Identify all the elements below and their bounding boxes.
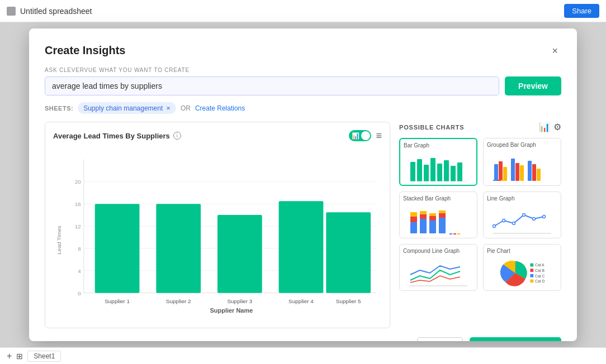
- spreadsheet-title: Untitled spreadsheet: [20, 7, 560, 16]
- chart-menu-dots[interactable]: ≡: [376, 131, 382, 141]
- ask-row: Preview: [45, 76, 561, 95]
- panel-settings-icon[interactable]: ⚙: [553, 122, 561, 132]
- chart-thumb-line-graph[interactable]: Line Graph: [483, 191, 561, 238]
- svg-rect-51: [439, 213, 446, 218]
- svg-point-59: [523, 214, 525, 217]
- svg-rect-21: [417, 159, 422, 181]
- panel-bar-icon[interactable]: 📊: [539, 122, 550, 132]
- svg-rect-66: [530, 269, 533, 272]
- top-toolbar: Untitled spreadsheet Share: [0, 0, 606, 22]
- sheet-tag-close-button[interactable]: ×: [166, 104, 171, 112]
- close-modal-button[interactable]: Close: [417, 337, 463, 341]
- preview-button[interactable]: Preview: [505, 76, 561, 95]
- chart-thumb-bar-graph[interactable]: Bar Graph: [399, 138, 477, 186]
- modal-overlay: Create Insights × ASK CLEVERVUE WHAT YOU…: [0, 22, 606, 347]
- svg-point-58: [513, 222, 515, 225]
- or-text: OR: [181, 104, 191, 112]
- svg-text:Cat D: Cat D: [535, 279, 545, 283]
- svg-rect-35: [528, 161, 532, 181]
- svg-rect-47: [429, 221, 436, 233]
- svg-rect-22: [424, 165, 429, 181]
- chart-thumb-pie-chart[interactable]: Pie Chart: [483, 244, 561, 291]
- svg-rect-23: [430, 158, 435, 181]
- svg-rect-33: [515, 163, 519, 181]
- chart-thumb-compound-line[interactable]: Compound Line Graph: [399, 244, 477, 291]
- share-button[interactable]: Share: [564, 4, 599, 18]
- add-to-dashboard-button[interactable]: Add to dashboard: [470, 337, 561, 341]
- svg-rect-42: [410, 217, 417, 222]
- chart-thumb-grouped-bar[interactable]: Grouped Bar Graph: [483, 138, 561, 186]
- svg-rect-39: [497, 180, 500, 181]
- sheet-tag-text: Supply chain management: [83, 104, 163, 112]
- bar-supplier-2: [156, 204, 201, 293]
- svg-text:Supplier 3: Supplier 3: [227, 298, 252, 304]
- svg-point-60: [533, 218, 536, 221]
- svg-text:4: 4: [78, 268, 81, 274]
- sheet-grid-icon[interactable]: ⊞: [16, 352, 23, 361]
- svg-point-56: [493, 225, 496, 228]
- chart-container: Average Lead Times By Suppliers i 📊 ≡: [45, 122, 390, 328]
- chart-title-row: Average Lead Times By Suppliers i: [53, 132, 181, 140]
- svg-rect-30: [499, 161, 503, 181]
- spreadsheet-background: Untitled spreadsheet Share Create Insigh…: [0, 0, 606, 364]
- line-graph-label: Line Graph: [487, 195, 557, 202]
- bar-graph-thumbnail: [404, 151, 473, 181]
- bar-supplier-1: [95, 204, 140, 293]
- line-graph-thumbnail: [487, 204, 557, 234]
- svg-rect-34: [520, 165, 524, 181]
- svg-rect-38: [493, 180, 496, 181]
- svg-rect-55: [457, 233, 460, 234]
- svg-text:Supplier Name: Supplier Name: [210, 307, 253, 314]
- chart-toggle[interactable]: 📊: [349, 130, 371, 141]
- bar-supplier-3: [217, 215, 262, 293]
- stacked-bar-thumbnail: [403, 204, 474, 234]
- chart-thumb-stacked-bar[interactable]: Stacked Bar Graph: [399, 191, 477, 238]
- bar-supplier-4: [279, 201, 324, 293]
- chart-svg-area: 0 4 8 12 16 20: [53, 146, 382, 323]
- svg-text:Cat C: Cat C: [535, 274, 545, 278]
- bar-supplier-5: [326, 212, 371, 293]
- svg-text:Cat A: Cat A: [535, 263, 545, 267]
- svg-text:Cat B: Cat B: [535, 269, 545, 272]
- create-relations-link[interactable]: Create Relations: [195, 104, 245, 112]
- compound-line-label: Compound Line Graph: [403, 248, 474, 254]
- svg-rect-37: [537, 169, 541, 181]
- svg-rect-52: [439, 210, 446, 213]
- add-sheet-icon[interactable]: +: [7, 351, 12, 361]
- svg-point-57: [503, 219, 505, 222]
- svg-text:12: 12: [75, 223, 82, 229]
- svg-text:Supplier 1: Supplier 1: [105, 298, 130, 304]
- svg-rect-29: [494, 164, 498, 181]
- modal-close-button[interactable]: ×: [548, 45, 561, 57]
- svg-rect-31: [503, 167, 507, 181]
- svg-rect-24: [437, 164, 442, 181]
- svg-rect-25: [444, 160, 449, 181]
- svg-text:16: 16: [75, 201, 82, 207]
- info-icon[interactable]: i: [173, 132, 181, 140]
- modal-footer: Close Add to dashboard: [45, 337, 561, 341]
- svg-text:Supplier 2: Supplier 2: [166, 298, 191, 304]
- svg-text:Lead Times: Lead Times: [56, 226, 62, 254]
- svg-rect-44: [420, 219, 427, 233]
- app-icon: [7, 7, 16, 16]
- panel-icons: 📊 ⚙: [539, 122, 561, 132]
- modal-header: Create Insights ×: [45, 44, 561, 57]
- stacked-bar-label: Stacked Bar Graph: [403, 195, 474, 202]
- svg-text:Supplier 4: Supplier 4: [288, 298, 314, 304]
- ask-input[interactable]: [45, 76, 499, 95]
- svg-rect-43: [410, 212, 417, 217]
- possible-charts-label: POSSIBLE CHARTS: [399, 124, 465, 131]
- toggle-knob: [361, 131, 370, 140]
- sheets-label: SHEETS:: [45, 105, 73, 112]
- grouped-bar-label: Grouped Bar Graph: [487, 142, 557, 148]
- sheet-tag: Supply chain management ×: [78, 102, 176, 114]
- svg-rect-65: [530, 264, 533, 267]
- svg-rect-67: [530, 274, 533, 277]
- svg-rect-49: [429, 213, 436, 216]
- svg-rect-32: [511, 159, 515, 181]
- create-insights-modal: Create Insights × ASK CLEVERVUE WHAT YOU…: [29, 28, 577, 341]
- svg-rect-26: [451, 166, 456, 181]
- svg-rect-27: [457, 162, 462, 181]
- sheet1-tab[interactable]: Sheet1: [27, 351, 61, 362]
- svg-rect-36: [532, 164, 536, 181]
